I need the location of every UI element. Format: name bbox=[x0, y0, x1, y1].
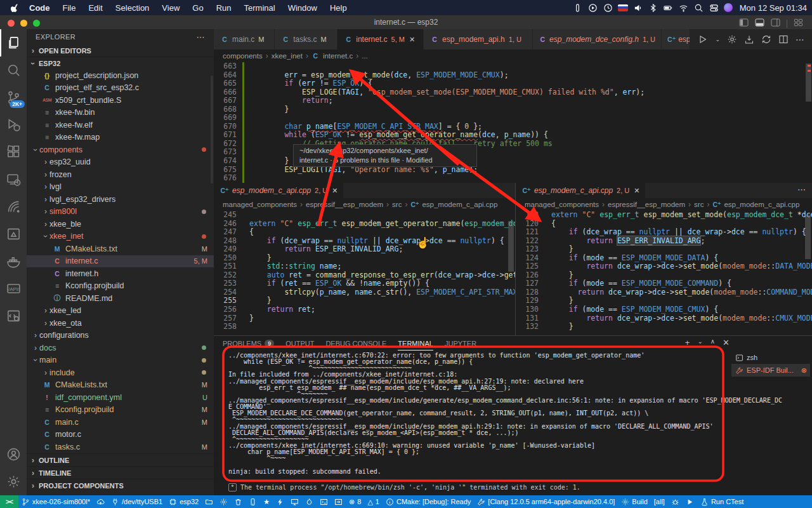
tab-esp-modem-c-api-cpp[interactable]: C⁺esp_modem_c_api.cpp2, U✕ bbox=[516, 183, 646, 198]
wifi-icon[interactable] bbox=[678, 3, 689, 13]
activity-source-control-icon[interactable]: 2K+ bbox=[0, 84, 27, 111]
terminal-output[interactable]: ../components/xkee_inet/internet.c:670:2… bbox=[228, 352, 723, 479]
activity-espressif-icon[interactable] bbox=[0, 193, 27, 220]
menu-code[interactable]: Code bbox=[23, 3, 56, 13]
section-project-components[interactable]: ›PROJECT COMPONENTS bbox=[27, 479, 214, 491]
activity-api-icon[interactable]: /API/ bbox=[0, 275, 27, 302]
tree-item-xkee-inet[interactable]: ›xkee_inet bbox=[27, 231, 214, 243]
toggle-sidebar-icon[interactable] bbox=[739, 18, 749, 29]
status-terminal-open[interactable] bbox=[317, 495, 331, 508]
explorer-more-actions-icon[interactable]: ⋯ bbox=[197, 32, 205, 42]
activity-image-preview-icon[interactable] bbox=[0, 220, 27, 248]
status-ctest[interactable]: Run CTest bbox=[697, 495, 747, 508]
activity-extensions-icon[interactable] bbox=[0, 138, 27, 166]
section-timeline[interactable]: ›TIMELINE bbox=[27, 466, 214, 479]
menu-go[interactable]: Go bbox=[186, 3, 209, 13]
tree-item-cmakelists-txt[interactable]: MCMakeLists.txtM bbox=[27, 379, 214, 392]
editor-c-api-cpp-left[interactable]: 245246extern "C" esp_err_t esp_modem_get… bbox=[214, 211, 515, 335]
status-build-target[interactable]: [all] bbox=[651, 495, 668, 508]
play-circle-icon[interactable] bbox=[587, 3, 598, 13]
status-flame[interactable] bbox=[302, 495, 317, 508]
more-actions-icon[interactable]: ⋯ bbox=[796, 34, 804, 44]
panel-tab-problems[interactable]: PROBLEMS9 bbox=[223, 336, 274, 351]
status-sync-cloud[interactable] bbox=[93, 495, 108, 508]
status-problems-errors[interactable]: ⊗8 bbox=[346, 495, 364, 508]
status-full-clean[interactable] bbox=[231, 495, 246, 508]
status-monitor[interactable] bbox=[287, 495, 302, 508]
menu-clock[interactable]: Mon 12 Sep 01:34 bbox=[740, 3, 807, 13]
volume-icon[interactable] bbox=[632, 3, 643, 13]
battery-vertical-icon[interactable] bbox=[572, 3, 583, 13]
activity-explorer-icon[interactable] bbox=[0, 29, 27, 57]
tree-item-tasks-c[interactable]: Ctasks.cM bbox=[27, 441, 214, 453]
more-actions-icon[interactable]: ⋯ bbox=[797, 185, 806, 194]
breadcrumb-item[interactable]: espressif__esp_modem bbox=[608, 201, 685, 208]
input-language-flag-icon[interactable] bbox=[618, 4, 628, 11]
status-cmake-status[interactable]: CMake: [Debug]: Ready bbox=[383, 495, 474, 508]
tree-item-lvgl-esp32-drivers[interactable]: ›lvgl_esp32_drivers bbox=[27, 193, 214, 206]
toggle-panel-icon[interactable] bbox=[755, 18, 764, 29]
siri-icon[interactable] bbox=[724, 3, 733, 12]
customize-layout-icon[interactable] bbox=[794, 18, 803, 29]
status-flash-method[interactable] bbox=[202, 495, 216, 508]
tree-item-kconfig-projbuild[interactable]: ≡Kconfig.projbuildM bbox=[27, 404, 214, 417]
section-open-editors[interactable]: ›OPEN EDITORS bbox=[27, 44, 214, 57]
menu-help[interactable]: Help bbox=[324, 3, 353, 13]
breadcrumb-item[interactable]: internet.c bbox=[323, 52, 353, 60]
status-device-target[interactable]: esp32 bbox=[166, 495, 202, 508]
status-git-branch[interactable]: xkee-026-sim800l* bbox=[18, 495, 93, 508]
tab-esp-modem-dce-config-h[interactable]: Cesp_modem_dce_config.h1, U bbox=[533, 29, 662, 50]
tree-item-esp32-uuid[interactable]: ›esp32_uuid bbox=[27, 156, 214, 169]
menu-file[interactable]: File bbox=[56, 3, 82, 13]
close-tab-icon[interactable]: ✕ bbox=[409, 36, 415, 44]
tree-item-frozen[interactable]: ›frozen bbox=[27, 168, 214, 181]
editor-scrollbar-left[interactable] bbox=[508, 221, 514, 272]
menu-edit[interactable]: Edit bbox=[82, 3, 108, 13]
tab-tasks-c[interactable]: Ctasks.cM bbox=[275, 29, 337, 50]
status-idf-settings[interactable] bbox=[216, 495, 231, 508]
editor-scrollbar-right[interactable] bbox=[805, 215, 811, 259]
status-debug-attach[interactable] bbox=[331, 495, 346, 508]
battery-icon[interactable] bbox=[663, 3, 674, 13]
breadcrumb-item[interactable]: esp_modem_c_api.cpp bbox=[724, 201, 799, 208]
menu-window[interactable]: Window bbox=[282, 3, 324, 13]
tree-item-xkee-ble[interactable]: ›xkee_ble bbox=[27, 218, 214, 231]
run-file-icon[interactable] bbox=[698, 34, 708, 44]
panel-tab-jupyter[interactable]: JUPYTER bbox=[445, 336, 476, 351]
toggle-secondary-sidebar-icon[interactable] bbox=[771, 18, 780, 29]
apple-menu-icon[interactable] bbox=[6, 3, 23, 13]
status-debug[interactable] bbox=[668, 495, 683, 508]
menu-selection[interactable]: Selection bbox=[109, 3, 155, 13]
status-problems-warnings[interactable]: △1 bbox=[364, 495, 383, 508]
terminal-instance-zsh[interactable]: zsh bbox=[731, 351, 810, 364]
tree-item-motor-c[interactable]: Cmotor.c bbox=[27, 429, 214, 441]
tab-esp-modem-c-api-cpp[interactable]: C⁺esp_modem_c_api.cpp2, U✕ bbox=[214, 183, 344, 198]
menu-terminal[interactable]: Terminal bbox=[238, 3, 282, 13]
status-flash-bolt[interactable] bbox=[273, 495, 287, 508]
breadcrumb-item[interactable]: src bbox=[694, 201, 704, 208]
chevron-down-icon[interactable]: ⌄ bbox=[715, 36, 720, 43]
panel-tab-terminal[interactable]: TERMINAL bbox=[398, 336, 433, 351]
split-editor-icon[interactable] bbox=[778, 34, 789, 44]
tree-item-components[interactable]: ›components bbox=[27, 144, 214, 156]
tab-main-c[interactable]: Cmain.cM bbox=[214, 29, 275, 50]
tree-item-configurations[interactable]: ›configurations bbox=[27, 330, 214, 342]
tab-esp-modem-api-h[interactable]: Cesp_modem_api.h1, U bbox=[424, 29, 533, 50]
maximize-panel-icon[interactable]: ∧ bbox=[710, 338, 715, 347]
control-center-icon[interactable] bbox=[709, 3, 719, 13]
status-remote-indicator[interactable]: >< bbox=[0, 495, 18, 508]
settings-gear-icon[interactable] bbox=[727, 34, 737, 44]
section-outline[interactable]: ›OUTLINE bbox=[27, 453, 214, 466]
tree-item-xkee-led[interactable]: ›xkee_led bbox=[27, 305, 214, 318]
sync-icon[interactable] bbox=[761, 34, 771, 44]
activity-manage-icon[interactable] bbox=[0, 468, 27, 495]
tree-item-kconfig-projbuild[interactable]: ≡Kconfig.projbuild bbox=[27, 280, 214, 293]
breadcrumb-item[interactable]: ... bbox=[362, 52, 368, 60]
tree-item-xkee-fw-elf[interactable]: ≡xkee-fw.elf bbox=[27, 119, 214, 131]
status-cmake-kit[interactable]: [Clang 12.0.5 arm64-apple-darwin20.4.0] bbox=[474, 495, 618, 508]
install-icon[interactable] bbox=[744, 34, 754, 44]
tree-item-x509-crt-bundle-s[interactable]: ASMx509_crt_bundle.S bbox=[27, 94, 214, 107]
panel-tab-output[interactable]: OUTPUT bbox=[285, 336, 314, 351]
close-tab-icon[interactable]: ✕ bbox=[634, 187, 639, 195]
tree-item-internet-h[interactable]: Cinternet.h bbox=[27, 267, 214, 280]
